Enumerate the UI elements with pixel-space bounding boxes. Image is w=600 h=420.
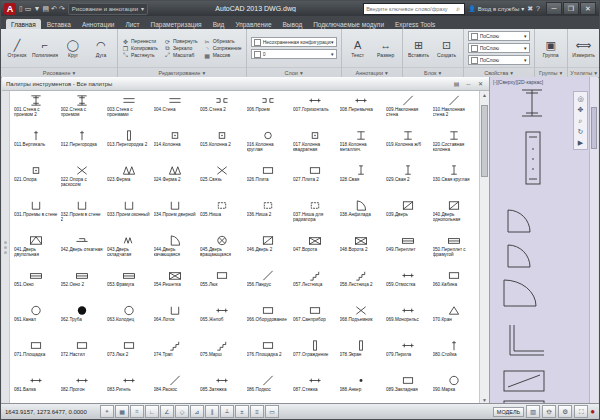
palette-item[interactable]: 009.Наклонная стена [384, 92, 431, 127]
group-button[interactable]: ▣Группа [539, 39, 563, 58]
palette-item[interactable]: 039.Дверь [384, 197, 431, 232]
palette-item[interactable]: 041.Дверь двупольная [12, 232, 59, 267]
palette-item[interactable]: 080.Стойка [431, 337, 478, 372]
palette-item[interactable]: 082.Прогон [59, 372, 106, 404]
palette-item[interactable]: 014.Колонна [152, 127, 199, 162]
3dosnap-toggle[interactable]: ⊿ [190, 405, 204, 418]
palette-item[interactable]: 049.Переплет [384, 232, 431, 267]
measure-button[interactable]: ⟺Измерить [572, 39, 596, 58]
tab-управление[interactable]: Управление [230, 19, 276, 29]
palette-item[interactable]: 074.Трап [152, 337, 199, 372]
snap-toggle[interactable]: ▦ [115, 405, 129, 418]
alert-icon[interactable]: ● [590, 407, 595, 416]
palette-properties-icon[interactable]: ▤ [452, 80, 461, 87]
tab-лист[interactable]: Лист [120, 19, 144, 29]
palette-item[interactable]: 023.Ферма [105, 162, 152, 197]
palette-item[interactable]: 020.Составная колонна [431, 127, 478, 162]
palette-item[interactable]: 076.Площадка 2 [245, 337, 292, 372]
signin-link[interactable]: 👤 Вход в службы ▾ [468, 5, 524, 12]
grid-toggle[interactable]: ⌗ [130, 405, 144, 418]
line-button[interactable]: ╱Отрезок [5, 39, 29, 58]
tab-аннотации[interactable]: Аннотации [77, 19, 120, 29]
infer-toggle[interactable]: ⌖ [100, 405, 114, 418]
wall-corner-symbol[interactable] [504, 322, 548, 366]
palette-item[interactable]: 063.Колодец [105, 302, 152, 337]
palette-item[interactable]: 087.Стяжка [291, 372, 338, 404]
palette-item[interactable]: 071.Площадка [12, 337, 59, 372]
open-icon[interactable]: ▭ [25, 3, 32, 15]
panel-name[interactable]: Группы▾ [535, 67, 567, 77]
palette-item[interactable]: 088.Анкер [338, 372, 385, 404]
palette-item[interactable]: 055.Люк [198, 267, 245, 302]
canvas-scrollbar[interactable] [589, 77, 598, 404]
fullscreen-icon[interactable]: ⛶ [574, 405, 588, 418]
tab-вывод[interactable]: Вывод [278, 19, 308, 29]
palette-item[interactable]: 072.Настил [59, 337, 106, 372]
palette-item[interactable]: 007.Горизонталь [291, 92, 338, 127]
tab-главная[interactable]: Главная [6, 19, 41, 29]
palette-item[interactable]: 078.Экран [338, 337, 385, 372]
model-space-button[interactable]: МОДЕЛЬ [493, 407, 524, 417]
palette-item[interactable]: 073.Люк 2 [105, 337, 152, 372]
palette-item[interactable]: 015.Колонна 2 [198, 127, 245, 162]
palette-item[interactable]: 070.Кран [431, 302, 478, 337]
move-button[interactable]: ✥Перенести [122, 38, 158, 45]
palette-item[interactable]: 025.Связь [198, 162, 245, 197]
palette-grab-handle[interactable] [2, 91, 10, 404]
tab-вид[interactable]: Вид [208, 19, 230, 29]
maximize-button[interactable]: ❐ [563, 2, 579, 15]
palette-item[interactable]: 044.Дверь качающаяся [152, 232, 199, 267]
palette-item[interactable]: 060.Кабина [431, 267, 478, 302]
lwt-toggle[interactable]: ≡ [250, 405, 264, 418]
palette-item[interactable]: 054.Решетка [152, 267, 199, 302]
panel-name[interactable]: Аннотации▾ [342, 67, 402, 77]
help-icon[interactable]: ? [536, 5, 540, 12]
annotation-scale-icon[interactable]: ⯐ [542, 405, 556, 418]
palette-item[interactable]: 001.Стена с проемом 2 [12, 92, 59, 127]
minimize-button[interactable]: ─ [546, 2, 562, 15]
palette-item[interactable]: 032.Проем в стене 2 [59, 197, 106, 232]
otrack-toggle[interactable]: ∥ [205, 405, 219, 418]
palette-item[interactable]: 031.Проемы в стене [12, 197, 59, 232]
palette-item[interactable]: 002.Стена с проемом [59, 92, 106, 127]
palette-item[interactable]: 066.Оборудование [245, 302, 292, 337]
palette-item[interactable]: 083.Ригель [105, 372, 152, 404]
ducs-toggle[interactable]: ⟂ [220, 405, 234, 418]
panel-name[interactable]: Блок▾ [403, 67, 463, 77]
dropdown[interactable]: ПоСлою▾ [468, 55, 530, 65]
palette-item[interactable]: 089.Закладная [384, 372, 431, 404]
orbit-icon[interactable]: ↻ [578, 126, 584, 137]
dropdown[interactable]: ПоСлою▾ [468, 31, 530, 41]
stretch-button[interactable]: ⤡Растянуть [122, 52, 158, 59]
gear-icon[interactable]: ⚙ [558, 405, 572, 418]
palette-item[interactable]: 024.Ферма 2 [152, 162, 199, 197]
quickview-layouts-icon[interactable]: ▥ [526, 405, 540, 418]
search-icon[interactable]: ⌕ [456, 5, 462, 13]
palette-item[interactable]: 036.Ниша 2 [245, 197, 292, 232]
array-button[interactable]: ▦Массив [204, 52, 242, 59]
palette-item[interactable]: 018.Колонна металлич. [338, 127, 385, 162]
search-input[interactable] [364, 6, 456, 12]
palette-item[interactable]: 016.Колонна круглая [245, 127, 292, 162]
palette-autohide-icon[interactable]: ⇔ [464, 81, 473, 87]
palette-item[interactable]: 056.Пандус [245, 267, 292, 302]
app-logo-icon[interactable]: A [4, 3, 16, 15]
door-arc-symbol[interactable] [504, 207, 534, 241]
palette-scroll-thumb[interactable] [481, 105, 488, 177]
palette-item[interactable]: 003.Стена с проемами [105, 92, 152, 127]
palette-item[interactable]: 067.Санприбор [291, 302, 338, 337]
palette-item[interactable]: 077.Ограждение [291, 337, 338, 372]
tab-подключаемые-модули[interactable]: Подключаемые модули [308, 19, 389, 29]
palette-item[interactable]: 019.Колонна ж/б [384, 127, 431, 162]
dropdown[interactable]: ПоСлою▾ [468, 43, 530, 53]
palette-item[interactable]: 004.Стена [152, 92, 199, 127]
osnap-toggle[interactable]: ◇ [175, 405, 189, 418]
i-section-symbol[interactable] [518, 87, 548, 125]
tpy-toggle[interactable]: ▭ [265, 405, 279, 418]
palette-item[interactable]: 084.Раскос [152, 372, 199, 404]
scroll-up-icon[interactable]: ▲ [480, 92, 489, 98]
palette-item[interactable]: 040.Дверь однопольная [431, 197, 478, 232]
palette-close-icon[interactable]: ✕ [476, 80, 485, 87]
palette-item[interactable]: 062.Труба [59, 302, 106, 337]
undo-icon[interactable]: ↶ [51, 3, 57, 15]
